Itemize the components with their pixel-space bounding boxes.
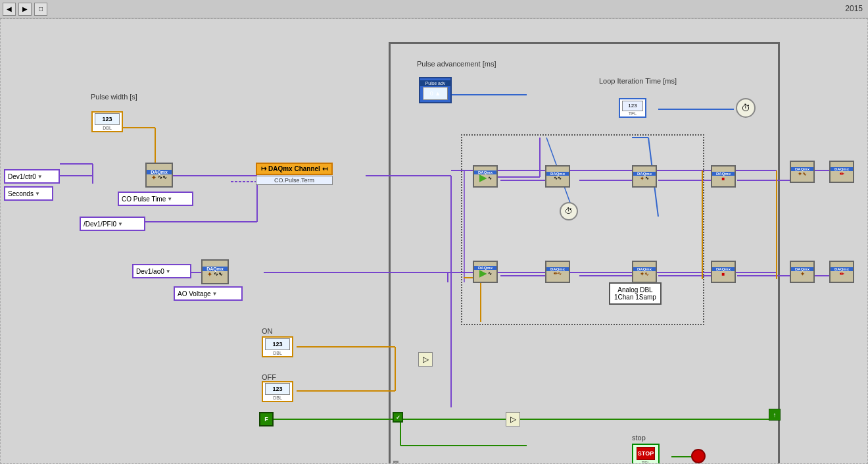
ao-voltage-dropdown[interactable]: AO Voltage ▼ bbox=[174, 286, 243, 301]
daqmx-outer-1[interactable]: DAQmx ✦ ∿ bbox=[632, 165, 657, 188]
daqmx-ao-write[interactable]: DAQmx ✏∿ bbox=[545, 261, 570, 283]
loop-ctrl-node[interactable]: ✓ bbox=[393, 412, 403, 423]
analog-1chan: 1Chan 1Samp bbox=[614, 294, 656, 301]
forward-btn[interactable]: ▶ bbox=[18, 3, 32, 16]
dev1-pfi0-dropdown[interactable]: /Dev1/PFI0 ▼ bbox=[80, 217, 145, 231]
loop-iter-ctrl[interactable]: 123 TFL bbox=[619, 98, 646, 118]
loop-iter-dbl: TFL bbox=[629, 111, 637, 116]
co-pulse-term: CO.Pulse.Term bbox=[274, 177, 314, 184]
daqmx-outer3-icon: ✦∿ bbox=[798, 171, 807, 177]
daqmx-outer4-icon: ✏ bbox=[840, 171, 844, 177]
ao0-arrow: ▼ bbox=[166, 269, 171, 274]
daqmx-ao-outer1[interactable]: DAQmx ✦∿ bbox=[632, 261, 657, 283]
daqmx-create-channel[interactable]: DAQmx ✦ ∿∿ bbox=[145, 163, 173, 188]
inner-clock-probe[interactable]: ⏱ bbox=[560, 202, 578, 220]
off-dbl: DBL bbox=[273, 396, 282, 400]
daqmx-ao-o3-icon: ✦ bbox=[800, 271, 805, 277]
loop-false-ctrl[interactable]: F bbox=[259, 412, 274, 426]
pfi0-arrow: ▼ bbox=[118, 221, 123, 227]
daqmx-ao-o1-icon: ✦∿ bbox=[640, 271, 649, 277]
daqmx-inner-wave: ∿ bbox=[488, 176, 492, 181]
loop-up-arrow: ↑ bbox=[769, 409, 781, 421]
toolbar: ◀ ▶ □ 2015 bbox=[0, 0, 868, 18]
channel-arrow: ↦ bbox=[261, 165, 266, 172]
analog-dbl-box[interactable]: Analog DBL 1Chan 1Samp bbox=[609, 282, 662, 305]
daqmx-channel-box[interactable]: ↦ DAQmx Channel ↤ CO.Pulse.Term bbox=[256, 163, 333, 185]
co-pulse-time-label: CO Pulse Time bbox=[122, 195, 166, 203]
off-value: 123 bbox=[265, 383, 290, 395]
dev1-ctr0-label: Dev1/ctr0 bbox=[8, 173, 36, 180]
analog-dbl-label: Analog DBL bbox=[617, 286, 652, 294]
daqmx-ao-outer4[interactable]: DAQmx ✏ bbox=[829, 261, 854, 283]
daqmx-ao-run-wave: ∿ bbox=[488, 271, 492, 276]
stop-text-label: stop bbox=[632, 434, 646, 442]
daqmx-ao-write-icon: ✏∿ bbox=[554, 271, 562, 276]
daqmx-write-wave: ∿∿ bbox=[554, 176, 562, 181]
on-value: 123 bbox=[265, 338, 290, 350]
daqmx-ao-wave: ∿∿ bbox=[214, 271, 223, 277]
frame-info-icon: i bbox=[393, 461, 398, 464]
loop-iter-value: 123 bbox=[622, 101, 643, 111]
seconds-label: Seconds bbox=[8, 190, 34, 197]
ao-voltage-label: AO Voltage bbox=[178, 290, 211, 297]
on-label: ON bbox=[262, 327, 273, 335]
on-off-convert[interactable]: ▷ bbox=[418, 352, 433, 367]
pulse-width-ctrl[interactable]: 123 DBL bbox=[91, 111, 123, 132]
daqmx-outer1-wave: ∿ bbox=[645, 176, 649, 181]
back-btn[interactable]: ◀ bbox=[3, 3, 16, 16]
co-arrow: ▼ bbox=[167, 196, 172, 202]
daqmx-outer-3[interactable]: DAQmx ✦∿ bbox=[790, 161, 815, 183]
daqmx-ao-asterisk: ✦ bbox=[207, 271, 212, 278]
on-numeric-ctrl[interactable]: 123 DBL bbox=[262, 336, 293, 357]
dev1-ao0-label: Dev1/ao0 bbox=[136, 268, 164, 275]
daqmx-wave: ∿∿ bbox=[158, 174, 167, 180]
stop-bool-indicator[interactable] bbox=[691, 449, 706, 463]
on-dbl: DBL bbox=[273, 351, 282, 355]
stop-inner-btn: STOP bbox=[637, 447, 655, 460]
daqmx-ao-o2-icon: ■ bbox=[722, 271, 725, 277]
daqmx-outer1-icon: ✦ bbox=[640, 176, 644, 182]
ao-arrow: ▼ bbox=[212, 291, 218, 297]
daqmx-ao-top: DAQmx bbox=[203, 267, 228, 271]
stop-tfl: TFL bbox=[642, 461, 650, 464]
loop-timer-icon[interactable]: ⏱ bbox=[736, 98, 756, 118]
ctr0-arrow: ▼ bbox=[37, 174, 43, 180]
co-pulse-time-dropdown[interactable]: CO Pulse Time ▼ bbox=[118, 192, 193, 206]
daqmx-inner-write[interactable]: DAQmx ∿∿ bbox=[545, 165, 570, 188]
daqmx-top-label: DAQmx bbox=[147, 170, 172, 174]
pulse-advance-inner: 0 ▲ bbox=[423, 87, 448, 100]
daqmx-outer-2[interactable]: DAQmx ■ bbox=[711, 165, 736, 188]
dev1-ao0-dropdown[interactable]: Dev1/ao0 ▼ bbox=[132, 264, 191, 278]
loop-iter-label: Loop Iteration Time [ms] bbox=[599, 77, 677, 85]
main-canvas: Pulse width [s] Pulse advancement [ms] L… bbox=[0, 18, 868, 464]
false-label: F bbox=[264, 416, 268, 423]
daqmx-channel-label: DAQmx Channel bbox=[268, 165, 320, 172]
dev1-ctr0-dropdown[interactable]: Dev1/ctr0 ▼ bbox=[4, 169, 60, 184]
daqmx-outer2-icon: ■ bbox=[722, 176, 725, 182]
seconds-dropdown[interactable]: Seconds ▼ bbox=[4, 186, 53, 201]
off-label: OFF bbox=[262, 373, 276, 381]
dev1-pfi0-label: /Dev1/PFI0 bbox=[84, 220, 116, 228]
daqmx-ao-o4-icon: ✏ bbox=[840, 271, 844, 277]
seconds-arrow: ▼ bbox=[35, 191, 40, 197]
daqmx-inner-run[interactable]: DAQmx ∿ bbox=[473, 165, 498, 188]
loop-convert-arrow[interactable]: ▷ bbox=[506, 412, 520, 426]
year-label: 2015 bbox=[845, 4, 863, 13]
stop-btn-text: STOP bbox=[638, 450, 654, 457]
off-numeric-ctrl[interactable]: 123 DBL bbox=[262, 381, 293, 402]
pulse-width-dbl: DBL bbox=[103, 126, 112, 130]
daqmx-ao-outer2[interactable]: DAQmx ■ bbox=[711, 261, 736, 283]
inner-loop-frame bbox=[461, 134, 704, 325]
daqmx-ao-outer3[interactable]: DAQmx ✦ bbox=[790, 261, 815, 283]
stop-button[interactable]: STOP TFL bbox=[632, 444, 660, 464]
pulse-advance-label: Pulse advancement [ms] bbox=[417, 60, 496, 68]
daqmx-outer-4[interactable]: DAQmx ✏ bbox=[829, 161, 854, 183]
stop-run-btn[interactable]: □ bbox=[34, 3, 47, 16]
daqmx-ao-run[interactable]: DAQmx ∿ bbox=[473, 261, 498, 283]
pulse-width-value: 123 bbox=[95, 113, 120, 125]
pulse-width-label: Pulse width [s] bbox=[91, 93, 137, 101]
pulse-advance-ctrl[interactable]: Pulse adv 0 ▲ bbox=[419, 77, 452, 103]
daqmx-asterisk: ✦ bbox=[151, 174, 157, 181]
daqmx-ao-create[interactable]: DAQmx ✦ ∿∿ bbox=[201, 259, 229, 284]
channel-arrow2: ↤ bbox=[322, 165, 327, 172]
